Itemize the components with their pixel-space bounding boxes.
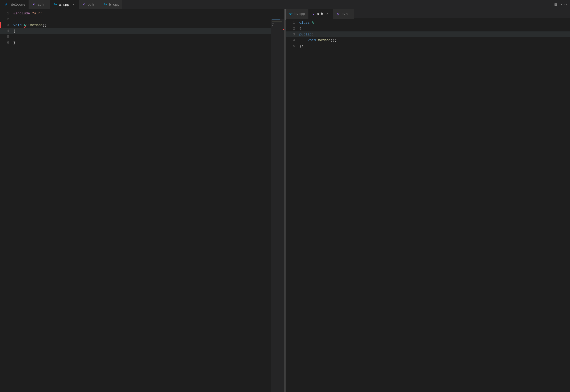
editor-area: 1 #include "a.h" 2 3 void A::Method() 4 … [0, 9, 570, 392]
table-row: 2 [0, 16, 284, 22]
right-line-content-5: }; [299, 44, 566, 48]
tab-bar-left: ⚡ Welcome C a.h G+ a.cpp × C b.h G+ b.cp… [0, 0, 570, 9]
left-minimap [271, 19, 284, 392]
tab-label-welcome: Welcome [11, 3, 26, 7]
right-line-number-2: 2 [286, 27, 299, 31]
table-row: 1 class A [286, 20, 570, 26]
right-editor-wrapper: G+ b.cpp C a.h × C b.h 1 class A [286, 9, 570, 392]
line-number-3: 3 [0, 23, 13, 27]
h-file-icon-2: C [82, 3, 86, 6]
table-row: 2 { [286, 26, 570, 31]
cpp-file-icon-2: G+ [103, 3, 107, 6]
minimap-content [271, 19, 284, 26]
tab-label-a-cpp: a.cpp [59, 3, 69, 7]
left-editor-pane: 1 #include "a.h" 2 3 void A::Method() 4 … [0, 9, 284, 392]
right-editor-pane: 1 class A 2 { 3 public: 4 void Method(); [286, 19, 570, 392]
table-row: 6 } [0, 40, 284, 46]
h-icon-right: C [312, 12, 315, 16]
line-content-1: #include "a.h" [13, 11, 280, 15]
error-marker [283, 29, 284, 30]
tab-label-b-cpp-right: b.cpp [295, 12, 305, 16]
tab-a-h-right[interactable]: C a.h × [308, 9, 333, 19]
vscode-icon: ⚡ [3, 2, 9, 7]
right-line-content-1: class A [299, 21, 566, 25]
h-icon-right-2: C [336, 12, 340, 16]
right-line-number-1: 1 [286, 21, 299, 25]
error-decoration [0, 22, 1, 28]
line-content-3: void A::Method() [13, 23, 280, 27]
more-actions-button[interactable]: ··· [560, 1, 568, 8]
tab-label-b-cpp: b.cpp [109, 3, 119, 7]
tab-b-cpp-right[interactable]: G+ b.cpp [286, 9, 308, 19]
tab-a-h[interactable]: C a.h [29, 0, 50, 9]
right-line-content-3: public: [299, 32, 566, 36]
table-row: 3 public: [286, 31, 570, 37]
line-number-1: 1 [0, 11, 13, 15]
tab-a-cpp[interactable]: G+ a.cpp × [50, 0, 79, 9]
tab-label-a-h-right: a.h [317, 12, 323, 16]
close-tab-a-cpp[interactable]: × [71, 3, 75, 7]
table-row: 4 { [0, 28, 284, 34]
tab-actions: ⊞ ··· [550, 1, 570, 8]
right-line-number-4: 4 [286, 38, 299, 42]
tab-label-b-h: b.h [87, 3, 94, 7]
table-row: 4 void Method(); [286, 37, 570, 43]
table-row: 3 void A::Method() [0, 22, 284, 28]
tab-b-h-right[interactable]: C b.h [333, 9, 354, 19]
right-line-content-4: void Method(); [299, 38, 566, 42]
line-number-5: 5 [0, 35, 13, 39]
line-number-6: 6 [0, 41, 13, 45]
left-code-editor[interactable]: 1 #include "a.h" 2 3 void A::Method() 4 … [0, 9, 284, 392]
tab-label-b-h-right: b.h [342, 12, 348, 16]
right-line-number-3: 3 [286, 32, 299, 36]
table-row: 5 }; [286, 43, 570, 49]
right-code-editor[interactable]: 1 class A 2 { 3 public: 4 void Method(); [286, 19, 570, 392]
cpp-file-icon: G+ [53, 3, 57, 7]
tab-bar-right: G+ b.cpp C a.h × C b.h [286, 9, 570, 19]
tab-b-h[interactable]: C b.h [79, 0, 100, 9]
right-line-number-5: 5 [286, 44, 299, 48]
tab-welcome[interactable]: ⚡ Welcome [0, 0, 29, 9]
table-row: 1 #include "a.h" [0, 10, 284, 16]
h-file-icon: C [32, 3, 36, 6]
close-tab-a-h-right[interactable]: × [325, 12, 330, 16]
right-line-content-2: { [299, 27, 566, 31]
line-number-2: 2 [0, 17, 13, 21]
tab-label-a-h: a.h [37, 3, 43, 7]
line-number-4: 4 [0, 29, 13, 33]
tab-b-cpp-left[interactable]: G+ b.cpp [100, 0, 123, 9]
table-row: 5 [0, 34, 284, 40]
line-content-6: } [13, 41, 280, 45]
cpp-icon-right: G+ [289, 12, 293, 16]
scrollbar-thumb[interactable] [285, 9, 286, 20]
line-content-4: { [13, 29, 280, 33]
split-editor-button[interactable]: ⊞ [552, 1, 559, 8]
